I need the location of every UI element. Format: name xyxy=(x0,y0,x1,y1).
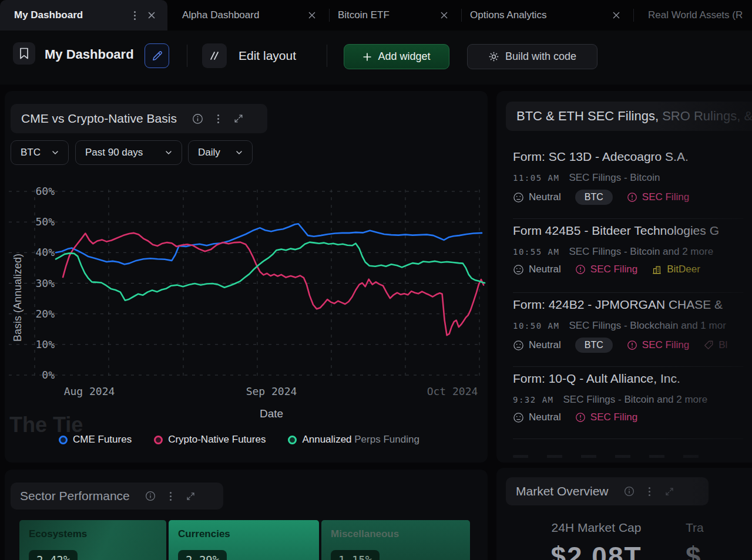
sector-performance-widget: Sector Performance Ecosystems 2.42% Curr… xyxy=(5,470,488,560)
news-source: SEC Filings - Bitcoin xyxy=(569,172,660,184)
tab-alpha-dashboard[interactable]: Alpha Dashboard xyxy=(167,0,329,31)
news-time: 11:05 AM xyxy=(513,173,559,183)
expand-icon[interactable] xyxy=(664,487,674,497)
legend-swatch-blue xyxy=(59,436,68,444)
bookmark-button[interactable] xyxy=(13,42,35,65)
sector-tile-currencies[interactable]: Currencies 2.29% xyxy=(169,520,319,560)
news-item[interactable]: Form: 424B2 - JPMORGAN CHASE & 10:50 AM … xyxy=(513,298,752,367)
chevron-down-icon xyxy=(51,148,60,157)
tab-label: Real World Assets (R xyxy=(648,9,743,21)
info-icon[interactable] xyxy=(192,113,203,124)
widget-menu-kebab-icon[interactable] xyxy=(169,491,173,502)
trading-volume-label: Tra xyxy=(686,521,752,535)
x-axis-title: Date xyxy=(213,407,330,420)
legend-item-crypto-native-futures[interactable]: Crypto-Native Futures xyxy=(154,434,266,446)
pencil-icon xyxy=(152,50,163,62)
tab-close-icon[interactable] xyxy=(440,11,448,19)
sector-tile-label: Miscellaneous xyxy=(321,520,470,540)
list-divider xyxy=(513,438,743,439)
alert-circle-icon xyxy=(575,264,586,275)
news-time: 10:55 AM xyxy=(513,247,559,257)
legend-item-cme-futures[interactable]: CME Futures xyxy=(59,434,132,446)
sec-filing-tag[interactable]: SEC Filing xyxy=(575,264,637,275)
page-header: My Dashboard Edit layout Add widget Buil… xyxy=(0,31,752,85)
tab-my-dashboard[interactable]: My Dashboard xyxy=(0,0,167,31)
sector-tile-value: 2.42% xyxy=(29,550,78,560)
sector-tile-label: Ecosystems xyxy=(19,520,166,540)
layout-slashes-icon xyxy=(209,50,220,62)
sec-filing-tag[interactable]: SEC Filing xyxy=(627,191,689,203)
chart-widget-cme-vs-crypto-native-basis: CME vs Crypto-Native Basis BTC Past 90 d… xyxy=(5,91,488,463)
info-icon[interactable] xyxy=(624,486,634,497)
sentiment-tag[interactable]: Neutral xyxy=(513,411,561,423)
asset-tag-btc[interactable]: BTC xyxy=(575,338,613,353)
alert-circle-icon xyxy=(627,340,637,350)
rename-dashboard-button[interactable] xyxy=(145,43,169,68)
y-tick: 50% xyxy=(5,215,55,228)
bookmark-icon xyxy=(19,48,29,59)
tab-label: Alpha Dashboard xyxy=(182,9,259,21)
neutral-face-icon xyxy=(513,192,524,203)
sentiment-tag[interactable]: Neutral xyxy=(513,191,561,203)
sector-tile-ecosystems[interactable]: Ecosystems 2.42% xyxy=(19,520,166,560)
news-title: Form 424B5 - Bitdeer Technologies G xyxy=(513,224,752,238)
tab-bitcoin-etf[interactable]: Bitcoin ETF xyxy=(329,0,461,31)
news-source: SEC Filings - Bitcoin and 2 more xyxy=(563,394,708,406)
news-item[interactable]: Form 424B5 - Bitdeer Technologies G 10:5… xyxy=(513,224,752,293)
clipped-next-item xyxy=(513,455,707,458)
edit-layout-button[interactable] xyxy=(202,43,227,68)
sec-filing-tag[interactable]: SEC Filing xyxy=(627,339,689,351)
widget-menu-kebab-icon[interactable] xyxy=(216,113,220,124)
market-widget-title: Market Overview xyxy=(516,484,609,498)
list-divider xyxy=(513,292,743,293)
news-item[interactable]: Form: SC 13D - Adecoagro S.A. 11:05 AM S… xyxy=(513,150,752,219)
sentiment-tag[interactable]: Neutral xyxy=(513,264,561,275)
widget-menu-kebab-icon[interactable] xyxy=(647,486,652,497)
market-overview-widget: Market Overview 24H Market Cap $2.08T Tr… xyxy=(496,468,752,560)
news-item[interactable]: Form: 10-Q - Ault Alliance, Inc. 9:32 AM… xyxy=(513,372,752,441)
tab-options-kebab-icon[interactable] xyxy=(133,10,137,21)
tab-close-icon[interactable] xyxy=(612,11,620,19)
timerange-dropdown[interactable]: Past 90 days xyxy=(75,140,182,165)
market-cap-value: $2.08T xyxy=(526,541,667,560)
asset-dropdown[interactable]: BTC xyxy=(11,140,69,165)
company-tag-bitdeer[interactable]: BitDeer xyxy=(652,264,700,275)
chevron-down-icon xyxy=(234,148,244,157)
legend-item-annualized-perps-funding[interactable]: Annualized Perps Funding xyxy=(288,434,419,446)
trading-volume-value: $ xyxy=(686,541,752,560)
topic-tag[interactable]: Bl xyxy=(703,339,727,351)
tab-bar: My Dashboard Alpha Dashboard Bitcoin ETF… xyxy=(0,0,752,31)
sentiment-tag[interactable]: Neutral xyxy=(513,339,561,351)
edit-layout-label[interactable]: Edit layout xyxy=(239,49,296,63)
y-tick: 0% xyxy=(5,369,55,381)
timerange-dropdown-value: Past 90 days xyxy=(85,147,143,158)
interval-dropdown-value: Daily xyxy=(198,147,220,158)
interval-dropdown[interactable]: Daily xyxy=(188,140,253,165)
tab-options-analytics[interactable]: Options Analytics xyxy=(461,0,633,31)
expand-icon[interactable] xyxy=(233,113,244,124)
news-title: Form: 10-Q - Ault Alliance, Inc. xyxy=(513,372,752,386)
x-tick-oct: Oct 2024 xyxy=(414,385,488,397)
market-widget-header: Market Overview xyxy=(506,477,709,505)
news-source: SEC Filings - Bitcoin and 2 more xyxy=(569,246,713,258)
chevron-down-icon xyxy=(164,148,173,157)
tab-close-icon[interactable] xyxy=(147,11,156,19)
tab-label: Options Analytics xyxy=(470,9,546,21)
market-cap-label: 24H Market Cap xyxy=(532,521,661,535)
sector-tile-miscellaneous[interactable]: Miscellaneous 1.15% xyxy=(321,520,470,560)
tab-close-icon[interactable] xyxy=(308,11,316,19)
sector-widget-header: Sector Performance xyxy=(11,483,223,510)
news-title: Form: 424B2 - JPMORGAN CHASE & xyxy=(513,298,752,312)
tab-real-world-assets[interactable]: Real World Assets (R xyxy=(633,0,752,31)
info-icon[interactable] xyxy=(145,491,156,501)
neutral-face-icon xyxy=(513,340,524,351)
sector-tile-label: Currencies xyxy=(169,520,319,540)
add-widget-button[interactable]: Add widget xyxy=(344,44,449,69)
news-time: 10:50 AM xyxy=(513,321,559,330)
sec-filing-tag[interactable]: SEC Filing xyxy=(575,411,637,423)
build-with-code-button[interactable]: Build with code xyxy=(467,44,597,69)
sector-widget-title: Sector Performance xyxy=(20,489,130,503)
expand-icon[interactable] xyxy=(186,491,196,501)
asset-tag-btc[interactable]: BTC xyxy=(575,190,613,205)
y-tick: 60% xyxy=(5,185,55,197)
